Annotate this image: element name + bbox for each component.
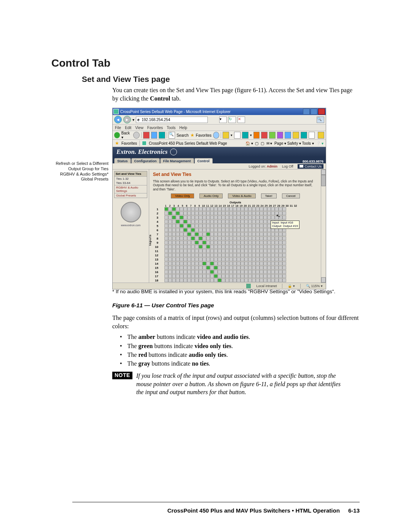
logoff-link[interactable]: Log Off: [282, 165, 293, 168]
tab-file-management[interactable]: File Management: [160, 158, 194, 163]
tie-cell[interactable]: [164, 236, 168, 240]
tie-cell[interactable]: [172, 228, 176, 232]
tie-cell[interactable]: [183, 257, 187, 261]
tie-cell[interactable]: [214, 249, 218, 253]
menu-tools[interactable]: Tools: [167, 126, 175, 130]
tie-cell[interactable]: [256, 262, 260, 265]
tie-cell[interactable]: [172, 211, 176, 215]
tie-cell[interactable]: [252, 270, 256, 274]
tie-cell[interactable]: [260, 228, 263, 232]
tie-cell[interactable]: [233, 253, 237, 257]
tool-icon-3[interactable]: [269, 132, 276, 139]
tie-cell[interactable]: [206, 278, 210, 282]
back-icon[interactable]: [114, 132, 120, 138]
tie-cell[interactable]: [252, 245, 256, 249]
tie-cell[interactable]: [168, 253, 172, 257]
tie-cell[interactable]: [218, 266, 221, 270]
favbar-print2-icon[interactable]: ▢: [261, 141, 264, 145]
tie-cell[interactable]: [210, 278, 214, 282]
tie-cell[interactable]: [206, 249, 210, 253]
tie-cell[interactable]: [214, 216, 218, 219]
tie-cell[interactable]: [267, 245, 271, 249]
tie-cell[interactable]: [233, 274, 237, 278]
tie-cell[interactable]: [252, 220, 256, 224]
tie-cell[interactable]: [218, 207, 221, 211]
tie-cell[interactable]: [256, 266, 260, 270]
tie-cell[interactable]: [244, 228, 248, 232]
menu-edit[interactable]: Edit: [125, 126, 131, 130]
tie-cell[interactable]: [233, 266, 237, 270]
tie-cell[interactable]: [256, 249, 260, 253]
tie-cell[interactable]: [218, 262, 221, 265]
tie-cell[interactable]: [180, 253, 183, 257]
favbar-help-icon[interactable]: ❔ ▾: [316, 141, 323, 145]
tie-cell[interactable]: [210, 232, 214, 236]
tie-cell[interactable]: [195, 274, 199, 278]
tie-cell[interactable]: [279, 245, 282, 249]
tie-cell[interactable]: [206, 228, 210, 232]
tie-cell[interactable]: [214, 278, 218, 282]
tie-cell[interactable]: [233, 228, 237, 232]
row-header[interactable]: 10: [153, 245, 159, 249]
tie-cell[interactable]: [248, 257, 252, 261]
tie-cell[interactable]: [282, 249, 286, 253]
tie-cell[interactable]: [218, 232, 221, 236]
tie-cell[interactable]: [218, 220, 221, 224]
tie-cell[interactable]: [244, 236, 248, 240]
tie-cell[interactable]: [233, 245, 237, 249]
tie-cell[interactable]: [244, 211, 248, 215]
tie-cell[interactable]: [267, 262, 271, 265]
tie-cell[interactable]: [187, 236, 191, 240]
tie-cell[interactable]: [183, 266, 187, 270]
tie-cell[interactable]: [176, 232, 180, 236]
vertical-scrollbar[interactable]: [321, 169, 326, 283]
tie-cell[interactable]: [260, 245, 263, 249]
tie-cell[interactable]: [168, 220, 172, 224]
tie-cell[interactable]: [252, 216, 256, 219]
tie-cell[interactable]: [183, 228, 187, 232]
tie-cell[interactable]: [210, 257, 214, 261]
tie-cell[interactable]: [180, 241, 183, 244]
tie-cell[interactable]: [244, 266, 248, 270]
search-icon[interactable]: 🔍: [169, 132, 175, 139]
tie-cell[interactable]: [202, 211, 206, 215]
favbar-feed-icon[interactable]: ▢: [255, 141, 258, 145]
tie-cell[interactable]: [180, 245, 183, 249]
tie-cell[interactable]: [256, 224, 260, 228]
tie-cell[interactable]: [248, 207, 252, 211]
tie-cell[interactable]: [218, 224, 221, 228]
tie-cell[interactable]: [176, 245, 180, 249]
tie-cell[interactable]: [195, 278, 199, 282]
tie-cell[interactable]: [214, 253, 218, 257]
video-only-button[interactable]: Video Only: [171, 193, 194, 198]
tie-cell[interactable]: [282, 216, 286, 219]
tie-cell[interactable]: [176, 211, 180, 215]
tie-cell[interactable]: [164, 211, 168, 215]
tie-cell[interactable]: [282, 241, 286, 244]
tie-cell[interactable]: [183, 236, 187, 240]
search-label[interactable]: Search: [177, 133, 189, 137]
tie-cell[interactable]: [275, 241, 279, 244]
tie-cell[interactable]: [229, 236, 233, 240]
favbar-home-icon[interactable]: 🏠 ▾: [245, 141, 253, 145]
tie-cell[interactable]: [187, 228, 191, 232]
tie-cell[interactable]: [221, 270, 225, 274]
tie-cell[interactable]: [229, 241, 233, 244]
tie-cell[interactable]: [199, 224, 202, 228]
row-header[interactable]: 3: [153, 216, 159, 219]
tie-cell[interactable]: [271, 245, 275, 249]
row-header[interactable]: 9: [153, 241, 159, 244]
tie-cell[interactable]: [279, 241, 282, 244]
tie-cell[interactable]: [221, 220, 225, 224]
tie-cell[interactable]: [202, 257, 206, 261]
tie-cell[interactable]: [244, 278, 248, 282]
tie-cell[interactable]: [256, 253, 260, 257]
stop-icon[interactable]: ✕: [237, 117, 245, 123]
tie-cell[interactable]: [202, 228, 206, 232]
tie-cell[interactable]: [172, 253, 176, 257]
tie-cell[interactable]: [260, 257, 263, 261]
tie-cell[interactable]: [256, 216, 260, 219]
refresh2-icon[interactable]: [151, 132, 158, 139]
tie-cell[interactable]: [210, 262, 214, 265]
tab-control[interactable]: Control: [194, 158, 213, 163]
